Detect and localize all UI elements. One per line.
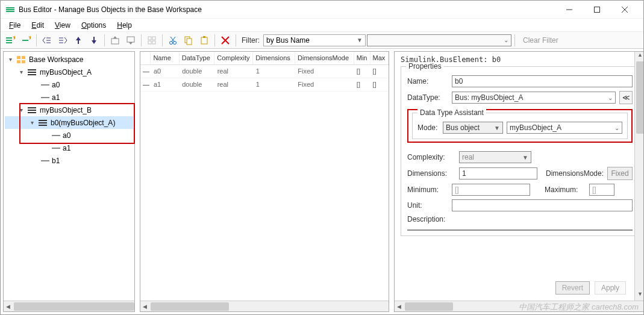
tree-label: a0 — [52, 81, 60, 89]
col-datatype[interactable]: DataType — [180, 52, 215, 64]
elements-grid[interactable]: Name DataType Complexity Dimensions Dime… — [140, 52, 389, 301]
highlight-box: Data Type Assistant Mode: Bus object▼ my… — [407, 109, 633, 143]
mode-select[interactable]: Bus object▼ — [443, 122, 503, 134]
svg-rect-37 — [17, 60, 20, 63]
tree-label: a1 — [63, 144, 70, 152]
chevron-down-icon[interactable]: ▾ — [17, 69, 25, 75]
copy-icon[interactable] — [181, 34, 196, 47]
svg-text:★: ★ — [12, 36, 15, 42]
button-row: Revert Apply — [549, 278, 632, 298]
col-dimensionsmode[interactable]: DimensionsMode — [295, 52, 354, 64]
new-element-icon[interactable]: ★ — [19, 34, 33, 47]
tree-item[interactable]: b1 — [5, 154, 133, 167]
col-complexity[interactable]: Complexity — [214, 52, 253, 64]
horizontal-scrollbar[interactable]: ◀ — [140, 301, 389, 311]
menu-file[interactable]: File — [4, 20, 25, 31]
svg-rect-38 — [22, 60, 25, 63]
properties-panel: Simulink.BusElement: b0 Properties Name:… — [394, 51, 644, 312]
menu-edit[interactable]: Edit — [27, 20, 49, 31]
chevron-down-icon[interactable]: ▾ — [17, 107, 25, 113]
element-icon — [52, 135, 60, 136]
menu-view[interactable]: View — [50, 20, 75, 31]
menu-options[interactable]: Options — [77, 20, 111, 31]
dimensions-input[interactable]: 1 — [459, 167, 537, 179]
mode-object-select[interactable]: myBusObject_A⌄ — [507, 122, 622, 134]
close-button[interactable] — [611, 1, 639, 19]
svg-rect-9 — [6, 42, 12, 43]
description-textarea[interactable] — [407, 229, 633, 231]
svg-rect-2 — [6, 11, 14, 12]
svg-rect-1 — [6, 9, 14, 10]
clear-filter-link[interactable]: Clear Filter — [518, 36, 563, 45]
move-down-icon[interactable] — [87, 34, 101, 47]
table-row[interactable]: — a1 double real 1 Fixed [] [] — [140, 78, 389, 92]
svg-rect-40 — [28, 72, 36, 73]
tree-item[interactable]: ▾ myBusObject_A — [5, 66, 133, 78]
svg-rect-44 — [28, 112, 36, 113]
paste-icon[interactable] — [197, 34, 211, 47]
tree-item[interactable]: a0 — [5, 129, 133, 142]
col-max[interactable]: Max — [370, 52, 389, 64]
col-dimensions[interactable]: Dimensions — [253, 52, 295, 64]
tree-root[interactable]: ▾ Base Workspace — [5, 53, 133, 66]
maximize-button[interactable] — [583, 1, 611, 19]
col-min[interactable]: Min — [354, 52, 370, 64]
filter-by-select[interactable]: by Bus Name▼ — [263, 34, 366, 46]
svg-rect-7 — [6, 37, 12, 39]
import-icon[interactable] — [108, 34, 122, 47]
apply-button[interactable]: Apply — [595, 281, 626, 295]
table-row[interactable]: — a0 double real 1 Fixed [] [] — [140, 65, 389, 78]
minimize-button[interactable] — [555, 1, 583, 19]
minimum-input[interactable]: [] — [452, 184, 530, 196]
move-up-icon[interactable] — [71, 34, 86, 47]
new-bus-icon[interactable]: ★ — [3, 34, 17, 47]
menu-help[interactable]: Help — [112, 20, 137, 31]
delete-icon[interactable] — [218, 34, 233, 47]
indent-left-icon[interactable] — [40, 34, 54, 47]
svg-text:★: ★ — [28, 36, 31, 42]
svg-rect-36 — [22, 56, 25, 59]
unit-input[interactable] — [452, 199, 633, 211]
toolbar: ★ ★ Filter: by Bus Name▼ ⌄ Clear Filter — [1, 32, 643, 49]
mode-label: Mode: — [417, 123, 439, 132]
tree-label: myBusObject_A — [40, 68, 92, 76]
revert-button[interactable]: Revert — [555, 281, 590, 295]
maximum-input[interactable]: [] — [589, 184, 614, 196]
dimensionsmode-select[interactable]: Fixed — [607, 167, 633, 180]
grid-header: Name DataType Complexity Dimensions Dime… — [140, 52, 389, 65]
export-icon[interactable] — [123, 34, 138, 47]
svg-rect-30 — [187, 39, 192, 45]
horizontal-scrollbar[interactable]: ◀ — [4, 301, 134, 311]
grid-icon[interactable] — [145, 34, 159, 47]
datatype-assist-button[interactable]: ≪ — [619, 91, 633, 104]
svg-rect-45 — [39, 120, 47, 121]
workspace-tree[interactable]: ▾ Base Workspace ▾ myBusObject_A a0 a1 ▾… — [4, 52, 134, 301]
tree-item-selected[interactable]: ▾ b0(myBusObject_A) — [5, 116, 133, 129]
tree-item[interactable]: a1 — [5, 91, 133, 104]
dimensionsmode-label: DimensionsMode: — [546, 169, 604, 178]
bus-icon — [28, 107, 37, 114]
main-area: ▾ Base Workspace ▾ myBusObject_A a0 a1 ▾… — [1, 49, 643, 314]
svg-rect-32 — [203, 36, 205, 38]
vertical-scrollbar[interactable]: ▲▼ — [634, 52, 644, 301]
name-input[interactable]: b0 — [452, 75, 633, 87]
col-name[interactable]: Name — [151, 52, 179, 64]
title-bar: Bus Editor - Manage Bus Objects in the B… — [1, 1, 643, 19]
chevron-down-icon[interactable]: ▾ — [28, 119, 36, 126]
cut-icon[interactable] — [166, 34, 180, 47]
chevron-down-icon[interactable]: ▾ — [6, 56, 14, 63]
tree-item[interactable]: ▾ myBusObject_B — [5, 104, 133, 116]
element-icon — [41, 84, 49, 86]
datatype-select[interactable]: Bus: myBusObject_A⌄ — [452, 92, 616, 104]
dta-legend: Data Type Assistant — [417, 108, 486, 117]
svg-rect-0 — [6, 7, 14, 8]
tree-item[interactable]: a0 — [5, 78, 133, 91]
tree-item[interactable]: a1 — [5, 142, 133, 154]
svg-rect-22 — [152, 37, 155, 40]
svg-rect-20 — [127, 37, 134, 42]
filter-input[interactable]: ⌄ — [367, 34, 511, 46]
svg-rect-39 — [28, 69, 36, 70]
svg-rect-21 — [148, 37, 151, 40]
indent-right-icon[interactable] — [55, 34, 70, 47]
filter-label: Filter: — [239, 36, 262, 45]
